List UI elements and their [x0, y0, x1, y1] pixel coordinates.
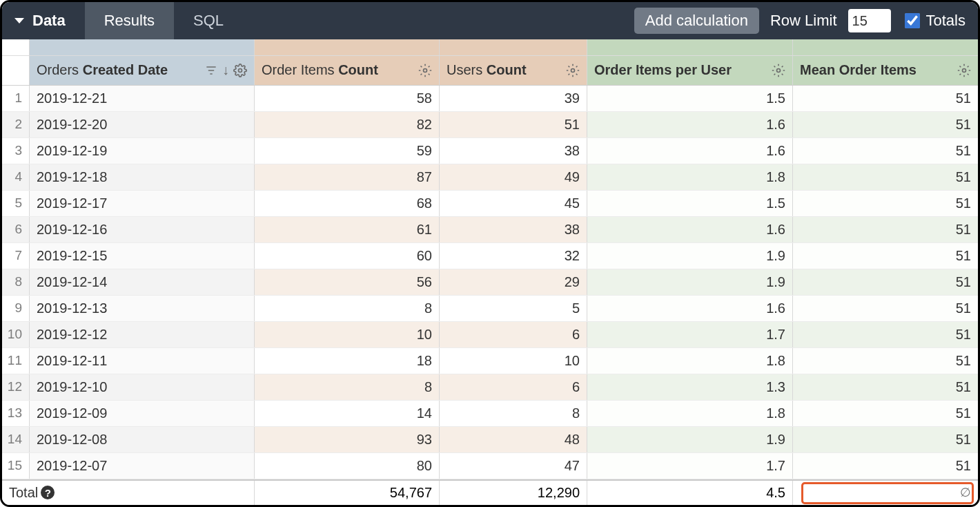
- cell-date[interactable]: 2019-12-08: [30, 427, 255, 452]
- cell-mean[interactable]: 51: [793, 112, 978, 137]
- cell-count[interactable]: 93: [255, 427, 440, 452]
- cell-peruser[interactable]: 1.8: [587, 348, 793, 374]
- cell-peruser[interactable]: 1.7: [587, 322, 793, 347]
- cell-users[interactable]: 49: [440, 164, 587, 190]
- cell-count[interactable]: 68: [255, 191, 440, 216]
- cell-peruser[interactable]: 1.9: [587, 269, 793, 295]
- cell-peruser[interactable]: 1.6: [587, 138, 793, 164]
- cell-count[interactable]: 8: [255, 374, 440, 400]
- cell-peruser[interactable]: 1.6: [587, 112, 793, 137]
- cell-mean[interactable]: 51: [793, 296, 978, 321]
- cell-peruser[interactable]: 1.8: [587, 401, 793, 426]
- cell-mean[interactable]: 51: [793, 217, 978, 242]
- cell-mean[interactable]: 51: [793, 348, 978, 374]
- cell-users[interactable]: 6: [440, 374, 587, 400]
- cell-users[interactable]: 5: [440, 296, 587, 321]
- cell-date[interactable]: 2019-12-12: [30, 322, 255, 347]
- cell-mean[interactable]: 51: [793, 243, 978, 269]
- cell-count[interactable]: 8: [255, 296, 440, 321]
- cell-mean[interactable]: 51: [793, 191, 978, 216]
- cell-peruser[interactable]: 1.6: [587, 217, 793, 242]
- cell-users[interactable]: 45: [440, 191, 587, 216]
- cell-date[interactable]: 2019-12-14: [30, 269, 255, 295]
- cell-peruser[interactable]: 1.9: [587, 427, 793, 452]
- gear-icon[interactable]: [418, 64, 432, 77]
- row-number: 13: [2, 401, 30, 426]
- gear-icon[interactable]: [957, 64, 971, 77]
- sort-desc-icon[interactable]: ↓: [222, 62, 229, 78]
- cell-date[interactable]: 2019-12-20: [30, 112, 255, 137]
- cell-mean[interactable]: 51: [793, 164, 978, 190]
- cell-peruser[interactable]: 1.7: [587, 453, 793, 479]
- cell-count[interactable]: 59: [255, 138, 440, 164]
- cell-peruser[interactable]: 1.5: [587, 191, 793, 216]
- add-calculation-button[interactable]: Add calculation: [634, 8, 759, 34]
- cell-users[interactable]: 51: [440, 112, 587, 137]
- cell-count[interactable]: 61: [255, 217, 440, 242]
- cell-date[interactable]: 2019-12-19: [30, 138, 255, 164]
- cell-users[interactable]: 29: [440, 269, 587, 295]
- table-row: 82019-12-1456291.951: [2, 269, 978, 296]
- header-rownum: [2, 56, 30, 85]
- cell-users[interactable]: 39: [440, 86, 587, 111]
- gear-icon[interactable]: [772, 64, 785, 77]
- tab-data[interactable]: Data: [2, 2, 85, 39]
- cell-date[interactable]: 2019-12-21: [30, 86, 255, 111]
- cell-date[interactable]: 2019-12-10: [30, 374, 255, 400]
- cell-date[interactable]: 2019-12-17: [30, 191, 255, 216]
- cell-date[interactable]: 2019-12-11: [30, 348, 255, 374]
- cell-date[interactable]: 2019-12-07: [30, 453, 255, 479]
- gear-icon[interactable]: [566, 64, 580, 77]
- cell-count[interactable]: 60: [255, 243, 440, 269]
- cell-peruser[interactable]: 1.8: [587, 164, 793, 190]
- cell-users[interactable]: 8: [440, 401, 587, 426]
- cell-users[interactable]: 38: [440, 217, 587, 242]
- header-users-count[interactable]: Users Count: [440, 56, 587, 85]
- cell-mean[interactable]: 51: [793, 138, 978, 164]
- cell-mean[interactable]: 51: [793, 453, 978, 479]
- cell-count[interactable]: 18: [255, 348, 440, 374]
- cell-mean[interactable]: 51: [793, 427, 978, 452]
- cell-count[interactable]: 14: [255, 401, 440, 426]
- cell-peruser[interactable]: 1.5: [587, 86, 793, 111]
- cell-peruser[interactable]: 1.6: [587, 296, 793, 321]
- cell-users[interactable]: 6: [440, 322, 587, 347]
- cell-date[interactable]: 2019-12-16: [30, 217, 255, 242]
- gear-icon[interactable]: [233, 64, 247, 77]
- cell-count[interactable]: 87: [255, 164, 440, 190]
- cell-users[interactable]: 10: [440, 348, 587, 374]
- cell-count[interactable]: 80: [255, 453, 440, 479]
- cell-count[interactable]: 82: [255, 112, 440, 137]
- header-mean-order-items[interactable]: Mean Order Items: [793, 56, 978, 85]
- help-icon[interactable]: ?: [41, 486, 55, 499]
- filter-icon[interactable]: [204, 64, 218, 77]
- header-created-date[interactable]: Orders Created Date ↓: [30, 56, 255, 85]
- row-limit-input[interactable]: [848, 9, 891, 32]
- cell-peruser[interactable]: 1.9: [587, 243, 793, 269]
- cell-count[interactable]: 10: [255, 322, 440, 347]
- cell-date[interactable]: 2019-12-15: [30, 243, 255, 269]
- cell-users[interactable]: 47: [440, 453, 587, 479]
- cell-date[interactable]: 2019-12-13: [30, 296, 255, 321]
- cell-date[interactable]: 2019-12-09: [30, 401, 255, 426]
- cell-mean[interactable]: 51: [793, 269, 978, 295]
- cell-mean[interactable]: 51: [793, 86, 978, 111]
- cell-count[interactable]: 58: [255, 86, 440, 111]
- cell-mean[interactable]: 51: [793, 401, 978, 426]
- header-order-items-count[interactable]: Order Items Count: [255, 56, 440, 85]
- header-order-items-per-user[interactable]: Order Items per User: [587, 56, 793, 85]
- cell-mean[interactable]: 51: [793, 322, 978, 347]
- cell-peruser[interactable]: 1.3: [587, 374, 793, 400]
- cell-users[interactable]: 32: [440, 243, 587, 269]
- tab-sql[interactable]: SQL: [174, 2, 243, 39]
- cell-users[interactable]: 38: [440, 138, 587, 164]
- totals-users: 12,290: [440, 481, 587, 505]
- totals-checkbox[interactable]: [905, 13, 920, 28]
- cell-date[interactable]: 2019-12-18: [30, 164, 255, 190]
- totals-mean: ∅: [793, 481, 978, 505]
- cell-users[interactable]: 48: [440, 427, 587, 452]
- cell-count[interactable]: 56: [255, 269, 440, 295]
- tab-results[interactable]: Results: [85, 2, 174, 39]
- totals-toggle[interactable]: Totals: [902, 11, 966, 30]
- cell-mean[interactable]: 51: [793, 374, 978, 400]
